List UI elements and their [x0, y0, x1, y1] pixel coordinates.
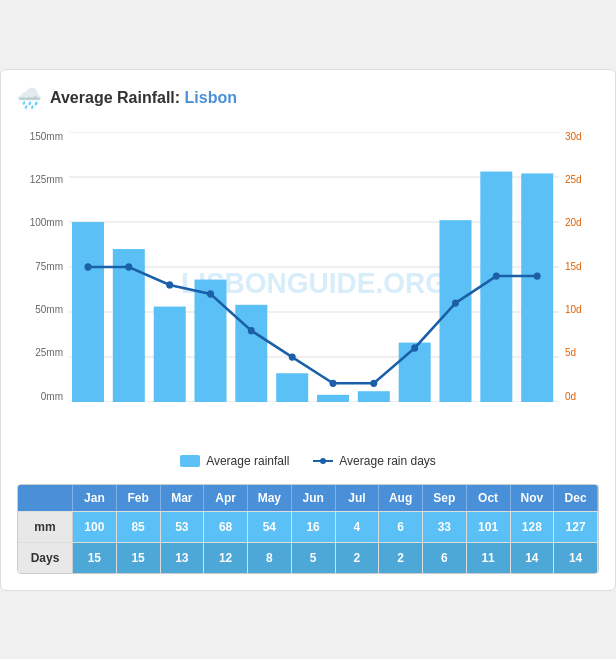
cell-mm-nov: 128 [511, 512, 555, 542]
table-header-jun: Jun [292, 485, 336, 511]
svg-point-23 [248, 327, 255, 334]
svg-rect-13 [317, 394, 349, 401]
legend-rainfall: Average rainfall [180, 454, 289, 468]
row-label-mm: mm [18, 512, 73, 542]
table-row-mm: mm 100 85 53 68 54 16 4 6 33 101 128 127 [18, 511, 598, 542]
city-name: Lisbon [185, 89, 237, 106]
legend-days-label: Average rain days [339, 454, 436, 468]
svg-point-30 [534, 272, 541, 279]
main-card: 🌧️ Average Rainfall: Lisbon 0mm 25mm 50m… [0, 69, 616, 591]
cell-mm-jul: 4 [336, 512, 380, 542]
svg-point-27 [411, 344, 418, 351]
cell-mm-mar: 53 [161, 512, 205, 542]
page-title: Average Rainfall: Lisbon [50, 89, 237, 107]
svg-point-22 [207, 290, 214, 297]
row-label-days: Days [18, 543, 73, 573]
svg-point-21 [166, 281, 173, 288]
cell-mm-apr: 68 [204, 512, 248, 542]
cell-days-dec: 14 [554, 543, 598, 573]
svg-point-26 [370, 379, 377, 386]
cell-mm-jun: 16 [292, 512, 336, 542]
legend-days: Average rain days [313, 454, 436, 468]
cell-mm-feb: 85 [117, 512, 161, 542]
cell-days-sep: 6 [423, 543, 467, 573]
chart-svg: LISBONGUIDE.ORG [69, 132, 559, 402]
cell-mm-may: 54 [248, 512, 292, 542]
table-header-aug: Aug [379, 485, 423, 511]
cell-mm-dec: 127 [554, 512, 598, 542]
svg-point-20 [125, 263, 132, 270]
y-axis-left: 0mm 25mm 50mm 75mm 100mm 125mm 150mm [17, 132, 67, 402]
svg-rect-14 [358, 391, 390, 402]
legend-line-icon [313, 460, 333, 462]
cell-days-mar: 13 [161, 543, 205, 573]
svg-rect-18 [521, 173, 553, 402]
legend-rainfall-label: Average rainfall [206, 454, 289, 468]
table-header-jul: Jul [336, 485, 380, 511]
svg-rect-16 [440, 220, 472, 402]
cell-days-may: 8 [248, 543, 292, 573]
svg-point-25 [330, 379, 337, 386]
svg-rect-17 [480, 171, 512, 401]
svg-point-29 [493, 272, 500, 279]
table-header-sep: Sep [423, 485, 467, 511]
weather-icon: 🌧️ [17, 86, 42, 110]
table-row-days: Days 15 15 13 12 8 5 2 2 6 11 14 14 [18, 542, 598, 573]
table-header-row: Jan Feb Mar Apr May Jun Jul Aug Sep Oct … [18, 485, 598, 511]
table-header-feb: Feb [117, 485, 161, 511]
svg-rect-10 [195, 279, 227, 401]
cell-days-nov: 14 [511, 543, 555, 573]
legend-bar-icon [180, 455, 200, 467]
svg-rect-12 [276, 373, 308, 402]
table-header-oct: Oct [467, 485, 511, 511]
svg-rect-7 [72, 222, 104, 402]
svg-point-24 [289, 353, 296, 360]
table-header-may: May [248, 485, 292, 511]
table-header-jan: Jan [73, 485, 117, 511]
cell-days-feb: 15 [117, 543, 161, 573]
chart-legend: Average rainfall Average rain days [17, 454, 599, 468]
chart-area: LISBONGUIDE.ORG [69, 132, 559, 402]
y-axis-right: 0d 5d 10d 15d 20d 25d 30d [561, 132, 599, 402]
svg-rect-9 [154, 306, 186, 401]
cell-days-jun: 5 [292, 543, 336, 573]
title-text: Average Rainfall: [50, 89, 180, 106]
table-header-mar: Mar [161, 485, 205, 511]
cell-days-oct: 11 [467, 543, 511, 573]
header: 🌧️ Average Rainfall: Lisbon [17, 86, 599, 110]
table-header-nov: Nov [511, 485, 555, 511]
table-header-empty [18, 485, 73, 511]
data-table: Jan Feb Mar Apr May Jun Jul Aug Sep Oct … [17, 484, 599, 574]
cell-mm-aug: 6 [379, 512, 423, 542]
cell-mm-jan: 100 [73, 512, 117, 542]
cell-days-aug: 2 [379, 543, 423, 573]
svg-point-19 [85, 263, 92, 270]
cell-mm-oct: 101 [467, 512, 511, 542]
cell-days-jan: 15 [73, 543, 117, 573]
cell-days-jul: 2 [336, 543, 380, 573]
table-header-dec: Dec [554, 485, 598, 511]
cell-days-apr: 12 [204, 543, 248, 573]
chart-container: 0mm 25mm 50mm 75mm 100mm 125mm 150mm 0d … [17, 122, 599, 442]
svg-point-28 [452, 299, 459, 306]
table-header-apr: Apr [204, 485, 248, 511]
cell-mm-sep: 33 [423, 512, 467, 542]
